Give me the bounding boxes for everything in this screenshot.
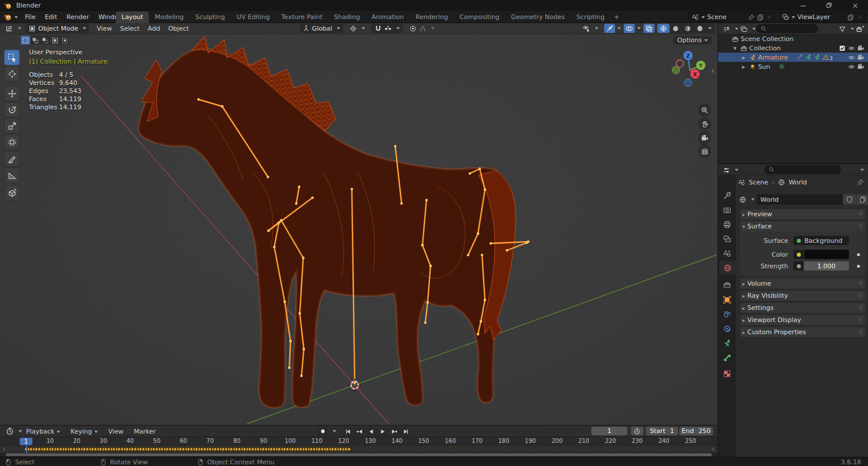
keyframe-diamond[interactable] (347, 447, 351, 452)
pin-icon[interactable] (856, 179, 864, 186)
shading-rendered-button[interactable] (694, 24, 706, 33)
color-swatch[interactable] (804, 250, 849, 259)
shading-solid-button[interactable] (670, 24, 682, 33)
axis-neg-y-ball[interactable] (672, 66, 680, 74)
breadcrumb-scene[interactable]: Scene (749, 179, 768, 186)
properties-tab-tool[interactable] (718, 188, 735, 202)
options-dropdown[interactable]: Options (674, 36, 712, 45)
new-collection-button[interactable] (853, 24, 867, 34)
outliner-row-armature[interactable]: ▸Armature3 (718, 53, 868, 62)
outliner-item-label[interactable]: Sun (758, 63, 770, 71)
camera-toggle-icon[interactable] (857, 54, 865, 61)
tool-add-cube[interactable] (4, 185, 20, 201)
playhead[interactable]: 1 (20, 438, 32, 445)
jump-to-start-button[interactable] (343, 427, 354, 436)
tool-measure[interactable] (4, 168, 20, 183)
outliner-row-sun[interactable]: ▸Sun (718, 62, 868, 71)
panel-viewport-display[interactable]: ▸Viewport Display⠿ (740, 315, 865, 325)
breadcrumb-world[interactable]: World (789, 179, 807, 186)
scrollbar-thumb[interactable] (6, 453, 712, 456)
viewport-canvas[interactable]: Options User Perspective (1) Collection … (0, 34, 718, 425)
workspace-tab-geometry-nodes[interactable]: Geometry Nodes (505, 12, 571, 23)
properties-tab-render[interactable] (718, 203, 735, 217)
workspace-tab-uv-editing[interactable]: UV Editing (231, 12, 275, 23)
outliner-item-label[interactable]: Scene Collection (741, 35, 793, 43)
pin-icon[interactable] (748, 14, 755, 21)
close-button[interactable] (842, 0, 868, 11)
strength-value[interactable]: 1.000 (804, 261, 849, 271)
menu-file[interactable]: File (20, 12, 40, 23)
surface-type-dropdown[interactable]: Background (793, 236, 849, 245)
scene-3d[interactable] (0, 34, 718, 425)
eye-toggle-icon[interactable] (848, 54, 855, 61)
tool-annotate[interactable] (4, 151, 20, 167)
blender-menu-icon[interactable] (3, 13, 12, 21)
outliner-row-scene-collection[interactable]: Scene Collection (718, 34, 868, 43)
tool-transform[interactable] (4, 134, 20, 150)
visibility-dropdown[interactable] (579, 24, 601, 33)
menu-edit[interactable]: Edit (40, 12, 61, 23)
animate-dot[interactable] (857, 265, 860, 268)
properties-tab-constraints[interactable] (718, 321, 735, 335)
minimize-button[interactable] (790, 0, 816, 11)
workspace-tab-modeling[interactable]: Modeling (149, 12, 189, 23)
world-icon[interactable] (778, 179, 785, 186)
remove-viewlayer-icon[interactable] (856, 14, 863, 20)
select-mode-invert[interactable] (50, 36, 60, 45)
next-keyframe-button[interactable] (389, 427, 400, 436)
outliner-search-input[interactable] (756, 24, 818, 33)
viewport-menu-add[interactable]: Add (144, 23, 164, 34)
new-viewlayer-icon[interactable] (847, 14, 854, 21)
properties-tab-physics[interactable] (718, 307, 735, 321)
properties-tab-view-layer[interactable] (718, 232, 735, 246)
panel-surface[interactable]: ▾Surface⠿ (740, 221, 865, 231)
properties-tab-scene[interactable] (718, 246, 735, 260)
tool-move[interactable] (4, 86, 20, 101)
camera-toggle-icon[interactable] (857, 63, 865, 71)
drag-grip-icon[interactable]: ⠿ (859, 212, 863, 217)
properties-tab-object-data[interactable] (718, 336, 735, 350)
panel-collapse-icon[interactable] (711, 446, 716, 452)
fake-user-button[interactable] (843, 194, 856, 205)
menu-render[interactable]: Render (62, 12, 94, 23)
viewport-menu-object[interactable]: Object (164, 23, 193, 34)
mode-dropdown[interactable]: Object Mode (25, 24, 89, 33)
xray-toggle[interactable] (643, 24, 654, 33)
viewport-menu-view[interactable]: View (93, 23, 116, 34)
workspace-tab-animation[interactable]: Animation (366, 12, 410, 23)
world-name-field[interactable]: World (757, 194, 843, 205)
play-button[interactable] (377, 427, 388, 436)
drag-grip-icon[interactable]: ⠿ (859, 293, 863, 298)
properties-tab-object[interactable] (718, 293, 735, 306)
maximize-button[interactable] (816, 0, 842, 11)
select-mode-sub[interactable] (41, 36, 50, 45)
new-scene-icon[interactable] (757, 14, 764, 21)
properties-tab-collection[interactable] (718, 278, 735, 291)
shading-wireframe-button[interactable] (657, 24, 670, 33)
drag-grip-icon[interactable]: ⠿ (859, 305, 863, 310)
use-preview-range-button[interactable] (631, 427, 643, 435)
properties-tab-world[interactable] (719, 261, 735, 275)
select-mode-intersect[interactable] (60, 36, 69, 45)
drag-grip-icon[interactable]: ⠿ (859, 330, 863, 335)
outliner-item-label[interactable]: Armature (758, 54, 788, 61)
animate-dot[interactable] (857, 253, 860, 256)
snap-toggle[interactable] (372, 24, 403, 33)
auto-keying-button[interactable] (317, 427, 329, 436)
current-frame-field[interactable]: 1 (591, 427, 627, 435)
workspace-tab-texture-paint[interactable]: Texture Paint (275, 12, 328, 23)
drag-grip-icon[interactable]: ⠿ (859, 224, 863, 229)
disclosure-icon[interactable]: ▸ (740, 54, 747, 61)
workspace-tab-rendering[interactable]: Rendering (410, 12, 454, 23)
disclosure-icon[interactable]: ▾ (731, 45, 738, 52)
navigation-gizmo[interactable]: Z Y X (670, 49, 707, 87)
previous-keyframe-button[interactable] (354, 427, 365, 436)
properties-editor-type[interactable] (720, 165, 741, 175)
ortho-view-button[interactable] (698, 145, 711, 158)
eye-toggle-icon[interactable] (848, 45, 855, 52)
play-reverse-button[interactable] (366, 427, 377, 436)
value-socket[interactable] (793, 261, 804, 271)
pan-view-button[interactable] (698, 117, 711, 131)
timeline-menu-view[interactable]: View (103, 427, 128, 437)
timeline-ruler[interactable]: 1102030405060708090100110120130140150160… (0, 437, 718, 445)
